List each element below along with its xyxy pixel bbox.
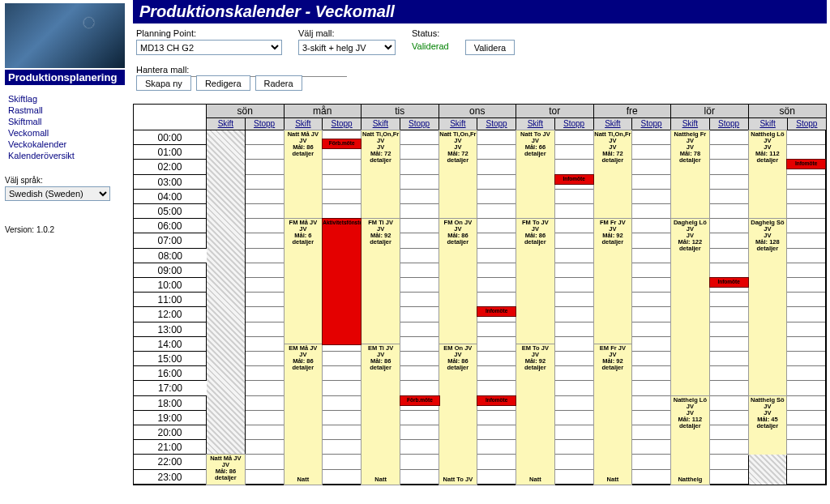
shift-block[interactable]: Natt Ti,On,Fr JVJVMål: 72detaljer	[362, 130, 400, 219]
stop-block[interactable]: Infomöte	[710, 278, 748, 287]
nav-skiftlag[interactable]: Skiftlag	[8, 93, 122, 105]
stopp-header-link[interactable]: Stopp	[555, 118, 593, 130]
nav-rastmall[interactable]: Rastmall	[8, 105, 122, 116]
day-header-4: torSkiftStopp	[516, 105, 594, 130]
time-label: 22:00	[134, 455, 207, 469]
stopp-header-link[interactable]: Stopp	[477, 118, 516, 130]
shift-block[interactable]: FM To JVJVMål: 86detaljer	[516, 219, 554, 344]
stop-block[interactable]: Förb.möte	[323, 139, 361, 148]
hour-ticks	[787, 130, 825, 484]
mall-select[interactable]: 3-skift + helg JV	[298, 40, 396, 55]
time-label: 12:00	[134, 307, 207, 322]
nav-veckomall[interactable]: Veckomall	[8, 127, 122, 139]
shift-block[interactable]: Natthelg Lö JVJVMål: 112detaljer	[671, 396, 709, 485]
day-body-2: Natt Ti,On,Fr JVJVMål: 72detaljerFM Ti J…	[362, 130, 439, 485]
skift-column: Natthelg Lö JVJVMål: 112detaljerDaghelg …	[749, 130, 788, 484]
redigera-button[interactable]: Redigera	[196, 75, 250, 91]
language-select[interactable]: Swedish (Sweden)	[5, 186, 110, 201]
skift-header-link[interactable]: Skift	[207, 118, 246, 130]
stopp-header-link[interactable]: Stopp	[400, 118, 439, 130]
stopp-column: Infomöte	[555, 130, 593, 484]
shift-block[interactable]: Natt Ti,On,Fr JVJVMål: 72detaljer	[594, 130, 632, 219]
validera-button[interactable]: Validera	[465, 40, 516, 55]
day-name: tor	[516, 105, 593, 118]
day-name: fre	[594, 105, 671, 118]
shift-block[interactable]: Natt Må JVJVMål: 86detaljer	[285, 130, 323, 219]
stop-block[interactable]: Infomöte	[787, 160, 825, 169]
time-label: 08:00	[134, 249, 207, 263]
day-header-7: sönSkiftStopp	[749, 105, 827, 130]
nav-skiftmall[interactable]: Skiftmall	[8, 116, 122, 127]
time-label: 00:00	[134, 130, 207, 145]
skift-header-link[interactable]: Skift	[362, 118, 400, 130]
skift-header-link[interactable]: Skift	[516, 118, 555, 130]
stopp-column	[246, 130, 284, 484]
stopp-column: InfomöteInfomöte	[477, 130, 516, 484]
stop-block[interactable]: Infomöte	[477, 307, 516, 316]
time-label: 16:00	[134, 366, 207, 381]
planning-point-select[interactable]: MD13 CH G2	[136, 40, 282, 55]
shift-block[interactable]: Natthelg Fr JVJVMål: 78detaljer	[671, 130, 709, 219]
shift-block[interactable]: FM On JVJVMål: 86detaljer	[439, 219, 477, 344]
stopp-header-link[interactable]: Stopp	[710, 118, 748, 130]
shift-block[interactable]: EM To JVJVMål: 92detaljer	[516, 344, 554, 485]
shift-block[interactable]: EM Ti JVJVMål: 86detaljer	[362, 344, 400, 485]
skift-column: Natt Ti,On,Fr JVJVMål: 72detaljerFM Fr J…	[594, 130, 633, 484]
stopp-header-link[interactable]: Stopp	[246, 118, 284, 130]
shift-block[interactable]: Natthelg Lö JVJVMål: 112detaljer	[749, 130, 787, 219]
skift-header-link[interactable]: Skift	[749, 118, 788, 130]
stopp-header-link[interactable]: Stopp	[323, 118, 361, 130]
day-body-6: Natthelg Fr JVJVMål: 78detaljerDaghelg L…	[671, 130, 749, 485]
nav-veckokalender[interactable]: Veckokalender	[8, 139, 122, 150]
time-label: 15:00	[134, 352, 207, 366]
shift-continuation-label: Natt	[516, 476, 554, 484]
stopp-column: Infomöte	[787, 130, 825, 484]
language-label: Välj språk:	[5, 176, 125, 185]
shift-block[interactable]: EM Må JVJVMål: 86detaljer	[285, 344, 323, 485]
stop-block[interactable]: Aktivitetsfönster	[323, 219, 361, 344]
skift-column: Natt Må JVJVMål: 86detaljerFM Må JVJVMål…	[285, 130, 323, 484]
stopp-header-link[interactable]: Stopp	[632, 118, 670, 130]
app-title: Produktionsplanering	[5, 70, 125, 85]
stop-block[interactable]: Infomöte	[477, 396, 516, 405]
nav-kalenderoversikt[interactable]: Kalenderöversikt	[8, 150, 122, 161]
no-shift-block	[207, 130, 245, 455]
shift-block[interactable]: Natt Ti,On,Fr JVJVMål: 72detaljer	[439, 130, 477, 219]
day-header-1: månSkiftStopp	[285, 105, 362, 130]
shift-block[interactable]: EM On JVJVMål: 86detaljer	[439, 344, 477, 485]
time-label: 19:00	[134, 411, 207, 425]
time-label: 07:00	[134, 233, 207, 248]
stop-block[interactable]: Förb.möte	[400, 396, 439, 405]
shift-block[interactable]: Natt Må JVJVMål: 86detaljer	[207, 455, 245, 484]
shift-block[interactable]: FM Ti JVJVMål: 92detaljer	[362, 219, 400, 344]
time-label: 05:00	[134, 204, 207, 219]
skift-header-link[interactable]: Skift	[671, 118, 710, 130]
radera-button[interactable]: Radera	[255, 75, 302, 91]
shift-block[interactable]: Natthelg Sö JVJVMål: 45detaljer	[749, 396, 787, 455]
shift-block[interactable]: Daghelg Lö JVJVMål: 122detaljer	[671, 219, 709, 395]
skift-header-link[interactable]: Skift	[594, 118, 633, 130]
shift-block[interactable]: Daghelg Sö JVJVMål: 128detaljer	[749, 219, 787, 395]
shift-block[interactable]: Natt To JVJVMål: 66detaljer	[516, 130, 554, 219]
version-text: Version: 1.0.2	[5, 225, 125, 234]
shift-block[interactable]: FM Må JVJVMål: 6detaljer	[285, 219, 323, 344]
shift-continuation-label: Natt	[285, 476, 323, 484]
skift-header-link[interactable]: Skift	[285, 118, 323, 130]
shift-continuation-label: Natt To JV	[439, 476, 477, 484]
skift-header-link[interactable]: Skift	[439, 118, 478, 130]
shift-block[interactable]: EM Fr JVJVMål: 92detaljer	[594, 344, 632, 485]
hour-ticks	[710, 130, 748, 484]
hantera-label: Hantera mall:	[136, 65, 824, 75]
day-body-3: Natt Ti,On,Fr JVJVMål: 72detaljerFM On J…	[439, 130, 517, 485]
time-label: 18:00	[134, 396, 207, 411]
stopp-header-link[interactable]: Stopp	[788, 118, 826, 130]
stop-block[interactable]: Infomöte	[555, 175, 593, 184]
time-label: 03:00	[134, 175, 207, 190]
controls-row: Planning Point: MD13 CH G2 Välj mall: 3-…	[133, 27, 827, 57]
shift-block[interactable]: FM Fr JVJVMål: 92detaljer	[594, 219, 632, 344]
skift-column: Natt Ti,On,Fr JVJVMål: 72detaljerFM On J…	[439, 130, 478, 484]
skapa-ny-button[interactable]: Skapa ny	[136, 75, 191, 91]
status-value: Validerad	[412, 40, 449, 51]
time-label: 10:00	[134, 278, 207, 293]
stopp-column: Infomöte	[710, 130, 748, 484]
